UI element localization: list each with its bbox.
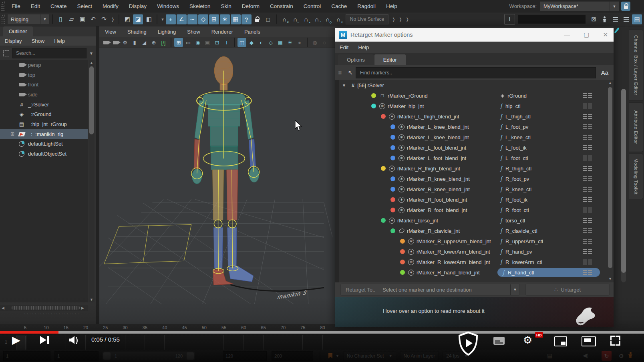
background-scrollbar[interactable] bbox=[621, 89, 626, 282]
channel-box-icon[interactable] bbox=[610, 14, 620, 24]
row-options-icon[interactable] bbox=[583, 270, 592, 275]
row-options-icon[interactable] bbox=[583, 187, 592, 192]
select-mask-icon[interactable]: □ bbox=[263, 14, 273, 24]
autoplay-shield-icon[interactable] bbox=[457, 331, 479, 356]
tree-scrollbar[interactable]: ▲ ▼ bbox=[608, 81, 613, 281]
command-input[interactable] bbox=[518, 14, 586, 24]
target-cell[interactable]: ʃL_foot_pv bbox=[501, 122, 528, 131]
vp-menu-panels[interactable]: Panels bbox=[239, 29, 266, 35]
menu-ragdoll[interactable]: Ragdoll bbox=[352, 0, 381, 12]
menu-show[interactable]: Show bbox=[27, 38, 50, 44]
menu-display[interactable]: Display bbox=[124, 0, 152, 12]
menu-help[interactable]: Help bbox=[353, 44, 374, 50]
smooth-shade-icon[interactable]: ◆ bbox=[247, 38, 256, 47]
input-line-icon[interactable]: I bbox=[504, 14, 515, 25]
move-tool-icon[interactable]: + bbox=[166, 14, 176, 24]
marker-row-rmarker-l-foot-blend-jnt-l-foot-ik[interactable]: ∗rMarker_L_foot_blend_jntʃL_foot_ik bbox=[339, 142, 614, 153]
target-cell[interactable]: ʃtorso_ctl bbox=[501, 216, 525, 225]
marker-row-rmarker-r-lowerarm-blend-jnt-r-lowerarm-ctl[interactable]: ∗rMarker_R_lowerArm_blend_jntʃR_lowerArm… bbox=[339, 257, 614, 267]
live-surface-field[interactable]: No Live Surface bbox=[346, 14, 388, 24]
settings-gear-icon[interactable]: ⚙ bbox=[523, 334, 532, 346]
node-editor-icon[interactable]: ∗ bbox=[220, 14, 230, 24]
menu-edit[interactable]: Edit bbox=[26, 0, 45, 12]
open-scene-icon[interactable]: ▱ bbox=[66, 14, 76, 24]
marker-row-rmarker-r-knee-blend-jnt-r-knee-ctl[interactable]: ∗rMarker_R_knee_blend_jntʃR_knee_ctl bbox=[339, 184, 614, 194]
collapse-arrow-icon[interactable]: ❭ bbox=[398, 17, 402, 22]
camera-settings-icon[interactable]: ⚙ bbox=[121, 38, 129, 47]
collapse-arrow-icon[interactable]: ▼ bbox=[342, 83, 352, 88]
menu-create[interactable]: Create bbox=[45, 0, 72, 12]
outliner-item-rground[interactable]: ◈_:rGround bbox=[0, 109, 88, 119]
row-options-icon[interactable] bbox=[583, 166, 592, 171]
zoom-region-icon[interactable]: ⊕ bbox=[149, 38, 158, 47]
vp-menu-show[interactable]: Show bbox=[181, 29, 206, 35]
tab-modeling-toolkit[interactable]: Modeling Toolkit bbox=[629, 154, 643, 199]
make-live-icon[interactable]: ∩▾ bbox=[334, 14, 344, 24]
outliner-horizontal-scrollbar[interactable]: ◀ ▶ bbox=[0, 305, 88, 311]
field-chart-icon[interactable]: ⊡ bbox=[213, 38, 221, 47]
target-cell[interactable]: ʃR_upperArm_ctl bbox=[501, 237, 543, 246]
row-options-icon[interactable] bbox=[583, 208, 592, 213]
marker-row-rmarker-r-thigh-blend-jnt-r-thigh-ctl[interactable]: ∗rMarker_R_thigh_blend_jntʃR_thigh_ctl bbox=[339, 163, 614, 174]
row-options-icon[interactable] bbox=[583, 124, 592, 130]
scroll-up-icon[interactable]: ▲ bbox=[608, 81, 613, 85]
solver-root-row[interactable]: ▼ # [56] rSolver bbox=[339, 80, 614, 90]
menu-file[interactable]: File bbox=[6, 0, 26, 12]
theater-mode-button[interactable] bbox=[582, 336, 596, 346]
row-options-icon[interactable] bbox=[583, 135, 592, 140]
row-options-icon[interactable] bbox=[583, 114, 592, 119]
scroll-left-icon[interactable]: ◀ bbox=[0, 306, 6, 310]
outliner-vertical-scrollbar[interactable]: ▲ ▼ bbox=[89, 60, 95, 302]
marker-row-rmarker-hip-jnt-hip-ctl[interactable]: ∗rMarker_hip_jntʃhip_ctl bbox=[339, 101, 614, 111]
target-cell[interactable]: ◈rGround bbox=[501, 91, 527, 100]
bookmark-icon[interactable]: ▮ bbox=[130, 38, 139, 47]
save-scene-icon[interactable]: ▣ bbox=[77, 14, 87, 24]
outliner-item-defaultlightset[interactable]: defaultLightSet bbox=[0, 139, 88, 149]
ik-handle-icon[interactable]: ∠ bbox=[177, 14, 187, 24]
select-component-icon[interactable]: ◧ bbox=[144, 14, 154, 24]
outliner-item-defaultobjectset[interactable]: defaultObjectSet bbox=[0, 149, 88, 159]
wireframe-on-shaded-icon[interactable]: ◇ bbox=[266, 38, 275, 47]
lattice-icon[interactable]: ⊞ bbox=[209, 14, 219, 24]
tab-editor[interactable]: Editor bbox=[374, 54, 406, 65]
next-button[interactable] bbox=[40, 336, 49, 344]
snap-to-curve-icon[interactable]: ∩∼ bbox=[290, 14, 300, 24]
target-cell[interactable]: ʃR_foot_ik bbox=[501, 195, 527, 204]
viewport-canvas[interactable] bbox=[99, 48, 332, 324]
menu-windows[interactable]: Windows bbox=[152, 0, 184, 12]
menu-deform[interactable]: Deform bbox=[237, 0, 265, 12]
marker-row-rmarker-r-clavicle-jnt-r-clavicle-ctl[interactable]: rMarker_R_clavicle_jntʃR_clavicle_ctl bbox=[339, 226, 614, 236]
outliner-item-side[interactable]: side bbox=[0, 90, 88, 100]
row-options-icon[interactable] bbox=[583, 176, 592, 182]
panel-divider[interactable] bbox=[96, 26, 99, 324]
shelf-grip[interactable] bbox=[1, 14, 5, 24]
selection-sync-icon[interactable] bbox=[3, 50, 9, 56]
subtitles-button[interactable] bbox=[493, 337, 505, 345]
vp-menu-renderer[interactable]: Renderer bbox=[206, 29, 239, 35]
collapse-arrow-icon[interactable]: ❭ bbox=[406, 17, 409, 22]
textured-mode-icon[interactable]: ◐ bbox=[257, 38, 266, 47]
pick-marker-icon[interactable]: ↖ bbox=[345, 69, 356, 76]
marker-row-rmarker-r-lowerarm-blend-jnt-r-hand-pv[interactable]: ∗rMarker_R_lowerArm_blend_jntʃR_hand_pv bbox=[339, 246, 614, 257]
outliner-item-manikin-rig[interactable]: ⊞_:_:manikin_rig bbox=[0, 129, 88, 139]
target-cell[interactable]: ʃR_foot_ctl bbox=[501, 206, 529, 214]
scrollbar-thumb[interactable] bbox=[621, 89, 626, 273]
marker-row-rmarker-l-thigh-blend-jnt-l-thigh-ctl[interactable]: ∗rMarker_L_thigh_blend_jntʃL_thigh_ctl bbox=[339, 111, 614, 122]
snap-to-point-icon[interactable]: ∩• bbox=[301, 14, 311, 24]
row-options-icon[interactable] bbox=[583, 145, 592, 150]
play-button[interactable]: ▶ bbox=[12, 334, 20, 346]
checker-icon[interactable]: ▦ bbox=[276, 38, 285, 47]
menu-help[interactable]: Help bbox=[49, 38, 70, 44]
retarget-dropdown-value[interactable]: Select one marker and one destination bbox=[382, 287, 510, 293]
film-gate-icon[interactable]: ▭ bbox=[184, 38, 193, 47]
sequencer-icon[interactable]: ▦ bbox=[231, 14, 241, 24]
joint-tool-icon[interactable]: ◇ bbox=[198, 14, 208, 24]
row-options-icon[interactable] bbox=[583, 197, 592, 202]
collapse-arrow-icon[interactable]: ❭ bbox=[111, 17, 115, 22]
match-case-button[interactable]: Aa bbox=[596, 69, 614, 76]
find-markers-input[interactable] bbox=[356, 67, 596, 78]
scrollbar-thumb[interactable] bbox=[89, 66, 94, 134]
target-cell[interactable]: ʃL_thigh_ctl bbox=[501, 112, 531, 121]
snap-to-grid-icon[interactable]: ∩# bbox=[280, 14, 290, 24]
miniplayer-button[interactable] bbox=[554, 336, 567, 346]
